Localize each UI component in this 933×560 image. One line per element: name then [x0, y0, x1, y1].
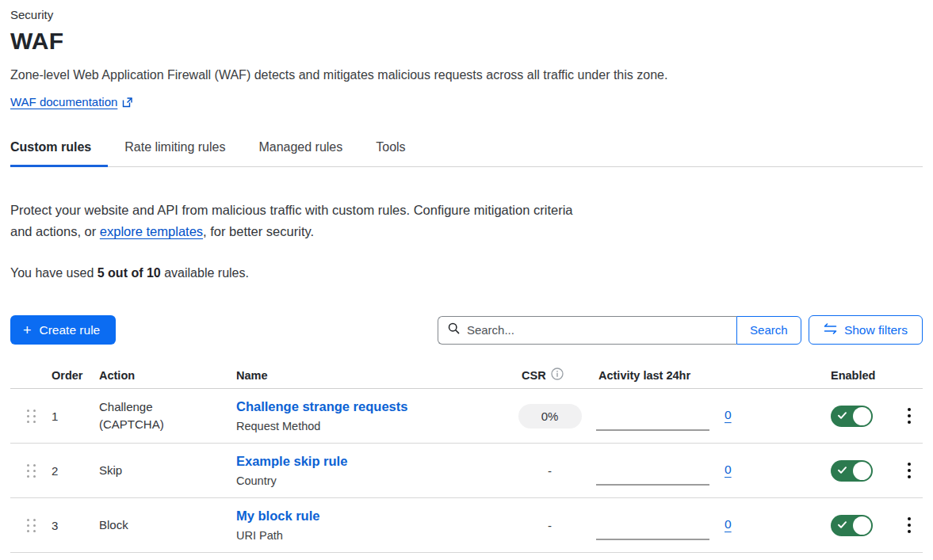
rule-name-link[interactable]: Example skip rule — [236, 455, 347, 468]
rule-action: Block — [99, 516, 188, 534]
toolbar-right: Search Show filters — [438, 315, 923, 345]
search-button[interactable]: Search — [736, 316, 801, 345]
usage-prefix: You have used — [10, 266, 98, 280]
search-group: Search — [438, 316, 801, 345]
kebab-menu-icon[interactable] — [903, 459, 916, 482]
activity-sparkline — [596, 484, 709, 486]
header-action: Action — [99, 369, 236, 382]
enabled-cell — [831, 406, 895, 427]
toolbar: + Create rule Search — [10, 315, 923, 345]
header-order: Order — [52, 369, 99, 382]
table-header-row: Order Action Name CSR Activity last 24hr… — [10, 362, 923, 389]
activity-cell: 0 — [588, 444, 831, 497]
activity-cell: 0 — [588, 389, 831, 443]
rule-field: Request Method — [236, 421, 511, 432]
header-activity: Activity last 24hr — [588, 369, 831, 382]
rule-name-link[interactable]: My block rule — [236, 509, 319, 523]
rule-name-cell: My block rule URI Path — [236, 509, 511, 542]
breadcrumb: Security — [10, 6, 923, 21]
rule-field: URI Path — [236, 530, 511, 542]
create-rule-label: Create rule — [40, 323, 101, 337]
kebab-cell — [895, 405, 923, 427]
show-filters-button[interactable]: Show filters — [809, 315, 923, 345]
rule-action: Challenge (CAPTCHA) — [99, 398, 188, 433]
intro-after: , for better security. — [203, 224, 314, 238]
page-title: WAF — [10, 28, 923, 55]
header-csr-label: CSR — [522, 369, 546, 382]
activity-sparkline — [596, 429, 709, 431]
waf-page: Security WAF Zone-level Web Application … — [0, 0, 933, 553]
waf-documentation-link[interactable]: WAF documentation — [10, 95, 117, 109]
rules-table: Order Action Name CSR Activity last 24hr… — [10, 362, 923, 553]
table-row: 2 Skip Example skip rule Country - 0 — [10, 444, 923, 498]
csr-cell: 0% — [511, 404, 588, 429]
page-description: Zone-level Web Application Firewall (WAF… — [10, 68, 923, 82]
usage-text: You have used 5 out of 10 available rule… — [10, 266, 923, 280]
rule-field: Country — [236, 475, 511, 487]
external-link-icon — [122, 97, 133, 108]
enabled-toggle[interactable] — [831, 406, 873, 427]
kebab-cell — [895, 514, 923, 536]
activity-count-link[interactable]: 0 — [725, 517, 732, 531]
header-csr: CSR — [511, 368, 588, 383]
explore-templates-link[interactable]: explore templates — [100, 224, 203, 238]
tab-bar: Custom rules Rate limiting rules Managed… — [10, 132, 923, 167]
tab-managed-rules[interactable]: Managed rules — [242, 132, 359, 166]
activity-cell: 0 — [588, 498, 831, 552]
kebab-menu-icon[interactable] — [903, 514, 916, 536]
drag-handle-icon[interactable] — [10, 410, 52, 423]
header-name: Name — [236, 369, 511, 382]
enabled-cell — [831, 515, 895, 536]
csr-cell: - — [511, 464, 588, 478]
kebab-cell — [895, 459, 923, 482]
rule-name-cell: Example skip rule Country — [236, 455, 511, 487]
search-icon — [448, 322, 460, 337]
doc-link-row: WAF documentation — [10, 95, 923, 109]
usage-suffix: available rules. — [161, 266, 249, 280]
rule-action: Skip — [99, 462, 188, 479]
activity-sparkline — [596, 539, 709, 540]
enabled-toggle[interactable] — [831, 515, 873, 536]
check-icon — [837, 465, 847, 478]
tab-custom-rules[interactable]: Custom rules — [10, 132, 108, 166]
enabled-toggle[interactable] — [831, 460, 873, 482]
rule-order: 1 — [52, 410, 99, 423]
rule-name-cell: Challenge strange requests Request Metho… — [236, 400, 511, 432]
rule-order: 3 — [52, 519, 99, 532]
intro-text: Protect your website and API from malici… — [10, 200, 595, 242]
activity-count-link[interactable]: 0 — [725, 408, 732, 422]
drag-handle-icon[interactable] — [10, 464, 52, 478]
drag-handle-icon[interactable] — [10, 519, 52, 532]
check-icon — [837, 520, 847, 532]
plus-icon: + — [23, 323, 32, 337]
search-box — [438, 316, 736, 345]
usage-count: 5 out of 10 — [98, 266, 161, 280]
csr-badge: 0% — [518, 404, 582, 429]
check-icon — [837, 410, 847, 423]
search-input[interactable] — [467, 323, 728, 337]
csr-value: - — [548, 519, 552, 532]
enabled-cell — [831, 460, 895, 482]
header-enabled: Enabled — [831, 369, 895, 382]
tab-tools[interactable]: Tools — [359, 132, 422, 166]
rule-order: 2 — [52, 464, 99, 478]
table-row: 3 Block My block rule URI Path - 0 — [10, 498, 923, 553]
kebab-menu-icon[interactable] — [903, 405, 916, 427]
csr-value: - — [548, 464, 552, 478]
create-rule-button[interactable]: + Create rule — [10, 315, 116, 345]
swap-arrows-icon — [824, 323, 837, 337]
show-filters-label: Show filters — [844, 323, 908, 337]
rule-name-link[interactable]: Challenge strange requests — [236, 400, 407, 413]
csr-cell: - — [511, 519, 588, 532]
activity-count-link[interactable]: 0 — [725, 463, 732, 477]
table-row: 1 Challenge (CAPTCHA) Challenge strange … — [10, 389, 923, 444]
info-circle-icon[interactable] — [551, 368, 564, 383]
tab-rate-limiting-rules[interactable]: Rate limiting rules — [108, 132, 242, 166]
